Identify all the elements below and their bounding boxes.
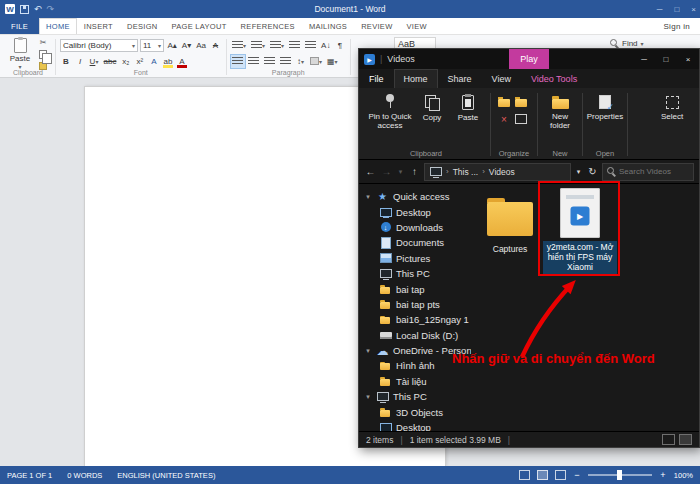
decrease-indent-icon[interactable] — [288, 39, 302, 52]
tab-mailings[interactable]: MAILINGS — [302, 18, 354, 34]
sidebar-item-bai-tap-pts[interactable]: bai tap pts — [359, 297, 471, 312]
zoom-level[interactable]: 100% — [674, 471, 693, 480]
shading-icon[interactable]: ▾ — [309, 55, 324, 68]
paste-button[interactable]: Paste ▾ — [5, 37, 35, 70]
move-to-icon[interactable] — [498, 97, 510, 107]
sidebar-item-desktop[interactable]: Desktop — [359, 204, 471, 219]
close-icon[interactable]: × — [677, 49, 699, 69]
sign-in-link[interactable]: Sign in — [663, 18, 700, 34]
menu-video-tools[interactable]: Video Tools — [521, 69, 587, 88]
chevron-down-icon[interactable]: ▾ — [364, 347, 372, 355]
justify-icon[interactable] — [279, 55, 293, 68]
save-icon[interactable] — [20, 5, 29, 14]
sidebar-item-this-pc[interactable]: ▾ This PC — [359, 389, 471, 404]
page-indicator[interactable]: PAGE 1 OF 1 — [7, 471, 52, 480]
find-button[interactable]: Find ▾ — [610, 39, 644, 48]
breadcrumb-root[interactable]: This ... — [453, 167, 479, 177]
sidebar-item-desktop-pc[interactable]: Desktop — [359, 420, 471, 431]
font-size-select[interactable]: 11 ▾ — [140, 39, 164, 52]
shrink-font-icon[interactable]: A▾ — [180, 39, 192, 52]
delete-icon[interactable]: × — [498, 114, 510, 124]
thumbnail-view-icon[interactable] — [679, 434, 692, 445]
tab-design[interactable]: DESIGN — [120, 18, 165, 34]
sidebar-item-documents[interactable]: Documents — [359, 235, 471, 250]
menu-home[interactable]: Home — [394, 69, 438, 88]
language-indicator[interactable]: ENGLISH (UNITED STATES) — [117, 471, 215, 480]
zoom-slider-thumb[interactable] — [617, 470, 622, 480]
copy-button[interactable]: Copy — [414, 90, 450, 122]
multilevel-list-icon[interactable]: ▾ — [269, 39, 286, 52]
redo-icon[interactable]: ↷ — [47, 4, 55, 14]
bullet-list-icon[interactable]: ▾ — [231, 39, 248, 52]
align-left-icon[interactable] — [231, 55, 245, 68]
chevron-down-icon[interactable]: ▾ — [364, 193, 372, 201]
font-name-select[interactable]: Calibri (Body) ▾ — [60, 39, 138, 52]
tab-insert[interactable]: INSERT — [77, 18, 120, 34]
sort-icon[interactable]: A↓ — [320, 39, 332, 52]
cut-icon[interactable]: ✂ — [40, 39, 47, 47]
superscript-icon[interactable]: x² — [134, 55, 146, 68]
line-spacing-icon[interactable]: ↕▾ — [295, 55, 307, 68]
details-view-icon[interactable] — [662, 434, 675, 445]
file-item-captures[interactable]: Captures — [479, 196, 541, 254]
tab-view[interactable]: VIEW — [400, 18, 434, 34]
read-mode-icon[interactable] — [519, 470, 530, 480]
pilcrow-icon[interactable]: ¶ — [334, 39, 346, 52]
rename-icon[interactable] — [515, 114, 527, 124]
change-case-icon[interactable]: Aa — [195, 39, 208, 52]
increase-indent-icon[interactable] — [304, 39, 318, 52]
clear-formatting-icon[interactable]: A — [210, 39, 222, 52]
close-icon[interactable]: × — [691, 5, 696, 14]
pin-to-quick-access-button[interactable]: Pin to Quick access — [366, 90, 414, 130]
sidebar-item-quick-access[interactable]: ▾ Quick access — [359, 189, 471, 204]
paste-button[interactable]: Paste — [450, 90, 486, 122]
web-layout-icon[interactable] — [555, 470, 566, 480]
sidebar-item-bai16[interactable]: bai16_125ngay 1 — [359, 312, 471, 327]
text-effects-icon[interactable]: A — [148, 55, 160, 68]
tab-page-layout[interactable]: PAGE LAYOUT — [164, 18, 233, 34]
align-right-icon[interactable] — [263, 55, 277, 68]
underline-icon[interactable]: U▾ — [88, 55, 100, 68]
menu-view[interactable]: View — [482, 69, 521, 88]
grow-font-icon[interactable]: A▴ — [166, 39, 178, 52]
properties-button[interactable]: Properties — [587, 90, 623, 121]
copy-to-icon[interactable] — [515, 97, 527, 107]
search-input[interactable] — [619, 167, 689, 176]
borders-icon[interactable]: ▦▾ — [326, 55, 340, 68]
sidebar-item-this-pc-pinned[interactable]: This PC — [359, 266, 471, 281]
sidebar-item-bai-tap[interactable]: bai tap — [359, 281, 471, 296]
numbered-list-icon[interactable]: ▾ — [250, 39, 267, 52]
minimize-icon[interactable]: ─ — [657, 5, 663, 14]
new-folder-button[interactable]: New folder — [542, 90, 578, 130]
refresh-icon[interactable]: ↻ — [586, 166, 599, 177]
print-layout-icon[interactable] — [537, 470, 548, 480]
zoom-in-icon[interactable]: + — [659, 470, 667, 480]
tab-home[interactable]: HOME — [39, 18, 77, 34]
bold-icon[interactable]: B — [60, 55, 72, 68]
sidebar-item-tai-lieu[interactable]: Tài liệu — [359, 374, 471, 389]
sidebar-item-3d-objects[interactable]: 3D Objects — [359, 404, 471, 419]
address-dropdown-icon[interactable]: ▾ — [574, 168, 583, 176]
forward-icon[interactable]: → — [380, 166, 393, 177]
sidebar-item-downloads[interactable]: Downloads — [359, 220, 471, 235]
align-center-icon[interactable] — [247, 55, 261, 68]
menu-file[interactable]: File — [359, 69, 394, 88]
zoom-slider[interactable] — [588, 474, 652, 476]
maximize-icon[interactable]: □ — [674, 5, 679, 14]
font-color-icon[interactable]: A — [176, 55, 188, 68]
recent-locations-icon[interactable]: ▾ — [396, 168, 405, 176]
subscript-icon[interactable]: x₂ — [120, 55, 132, 68]
sidebar-item-local-disk-d[interactable]: Local Disk (D:) — [359, 328, 471, 343]
copy-icon[interactable] — [39, 50, 47, 59]
zoom-out-icon[interactable]: − — [573, 470, 581, 480]
minimize-icon[interactable]: ─ — [633, 49, 655, 69]
maximize-icon[interactable]: □ — [655, 49, 677, 69]
select-button[interactable]: Select — [654, 90, 690, 121]
tab-references[interactable]: REFERENCES — [234, 18, 302, 34]
tab-file[interactable]: FILE — [0, 18, 39, 34]
chevron-down-icon[interactable]: ▾ — [364, 393, 372, 401]
search-box[interactable] — [602, 163, 694, 181]
tab-review[interactable]: REVIEW — [354, 18, 399, 34]
strikethrough-icon[interactable]: abc — [102, 55, 118, 68]
highlight-color-icon[interactable]: ab — [162, 55, 174, 68]
